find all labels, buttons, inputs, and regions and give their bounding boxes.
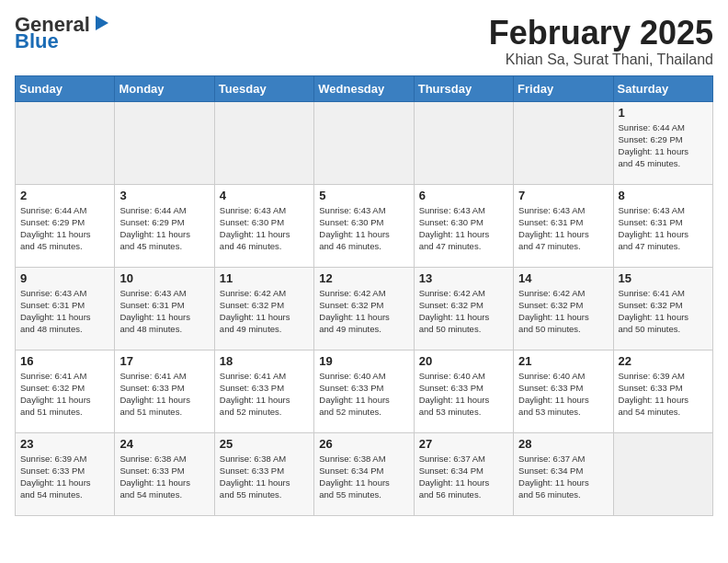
calendar-week-4: 23Sunrise: 6:39 AM Sunset: 6:33 PM Dayli… (16, 432, 713, 515)
day-number: 3 (119, 189, 209, 202)
day-info: Sunrise: 6:43 AM Sunset: 6:30 PM Dayligh… (419, 204, 508, 253)
calendar-cell: 27Sunrise: 6:37 AM Sunset: 6:34 PM Dayli… (414, 432, 513, 515)
day-number: 20 (419, 354, 508, 368)
calendar-cell: 20Sunrise: 6:40 AM Sunset: 6:33 PM Dayli… (414, 350, 513, 432)
calendar-cell: 17Sunrise: 6:41 AM Sunset: 6:33 PM Dayli… (115, 350, 214, 432)
day-number: 2 (20, 189, 109, 202)
logo-blue-text: Blue (15, 31, 59, 52)
day-number: 24 (119, 437, 209, 451)
day-number: 15 (619, 271, 708, 285)
day-number: 19 (319, 354, 408, 368)
calendar-cell: 4Sunrise: 6:43 AM Sunset: 6:30 PM Daylig… (214, 184, 313, 267)
day-number: 18 (220, 354, 309, 368)
calendar-cell: 7Sunrise: 6:43 AM Sunset: 6:31 PM Daylig… (514, 184, 613, 267)
day-info: Sunrise: 6:41 AM Sunset: 6:32 PM Dayligh… (20, 370, 109, 419)
day-number: 12 (319, 271, 408, 285)
day-info: Sunrise: 6:38 AM Sunset: 6:34 PM Dayligh… (319, 453, 408, 501)
day-info: Sunrise: 6:43 AM Sunset: 6:31 PM Dayligh… (619, 204, 708, 253)
calendar-cell: 9Sunrise: 6:43 AM Sunset: 6:31 PM Daylig… (16, 267, 115, 350)
day-number: 11 (220, 271, 309, 285)
day-info: Sunrise: 6:39 AM Sunset: 6:33 PM Dayligh… (619, 370, 708, 419)
calendar-week-0: 1Sunrise: 6:44 AM Sunset: 6:29 PM Daylig… (16, 101, 713, 184)
calendar-cell: 11Sunrise: 6:42 AM Sunset: 6:32 PM Dayli… (214, 267, 313, 350)
day-number: 23 (20, 437, 109, 451)
svg-marker-0 (96, 16, 108, 30)
calendar-cell (514, 101, 613, 184)
calendar-cell (613, 432, 712, 515)
calendar-week-2: 9Sunrise: 6:43 AM Sunset: 6:31 PM Daylig… (16, 267, 713, 350)
day-info: Sunrise: 6:40 AM Sunset: 6:33 PM Dayligh… (518, 370, 608, 419)
day-number: 26 (319, 437, 408, 451)
day-info: Sunrise: 6:42 AM Sunset: 6:32 PM Dayligh… (518, 287, 608, 336)
day-info: Sunrise: 6:43 AM Sunset: 6:30 PM Dayligh… (220, 204, 309, 253)
calendar-cell: 1Sunrise: 6:44 AM Sunset: 6:29 PM Daylig… (613, 101, 712, 184)
calendar-cell: 3Sunrise: 6:44 AM Sunset: 6:29 PM Daylig… (115, 184, 214, 267)
day-info: Sunrise: 6:43 AM Sunset: 6:31 PM Dayligh… (518, 204, 608, 253)
day-info: Sunrise: 6:41 AM Sunset: 6:33 PM Dayligh… (220, 370, 309, 419)
day-number: 10 (119, 271, 209, 285)
day-number: 27 (419, 437, 508, 451)
calendar-cell: 14Sunrise: 6:42 AM Sunset: 6:32 PM Dayli… (514, 267, 613, 350)
day-info: Sunrise: 6:40 AM Sunset: 6:33 PM Dayligh… (319, 370, 408, 419)
day-info: Sunrise: 6:40 AM Sunset: 6:33 PM Dayligh… (419, 370, 508, 419)
day-info: Sunrise: 6:41 AM Sunset: 6:32 PM Dayligh… (619, 287, 708, 336)
day-info: Sunrise: 6:37 AM Sunset: 6:34 PM Dayligh… (518, 453, 608, 501)
day-number: 22 (619, 354, 708, 368)
calendar-body: 1Sunrise: 6:44 AM Sunset: 6:29 PM Daylig… (16, 101, 713, 515)
day-info: Sunrise: 6:44 AM Sunset: 6:29 PM Dayligh… (20, 204, 109, 253)
day-info: Sunrise: 6:38 AM Sunset: 6:33 PM Dayligh… (220, 453, 309, 501)
day-number: 25 (220, 437, 309, 451)
calendar-table: SundayMondayTuesdayWednesdayThursdayFrid… (15, 75, 713, 516)
calendar-cell: 6Sunrise: 6:43 AM Sunset: 6:30 PM Daylig… (414, 184, 513, 267)
day-number: 13 (419, 271, 508, 285)
calendar-cell: 21Sunrise: 6:40 AM Sunset: 6:33 PM Dayli… (514, 350, 613, 432)
day-number: 6 (419, 189, 508, 202)
calendar-cell: 28Sunrise: 6:37 AM Sunset: 6:34 PM Dayli… (514, 432, 613, 515)
calendar-cell: 13Sunrise: 6:42 AM Sunset: 6:32 PM Dayli… (414, 267, 513, 350)
weekday-header-tuesday: Tuesday (214, 75, 313, 101)
calendar-week-1: 2Sunrise: 6:44 AM Sunset: 6:29 PM Daylig… (16, 184, 713, 267)
day-info: Sunrise: 6:43 AM Sunset: 6:31 PM Dayligh… (20, 287, 109, 336)
day-number: 1 (619, 106, 708, 120)
day-number: 8 (619, 189, 708, 202)
day-number: 16 (20, 354, 109, 368)
calendar-cell: 26Sunrise: 6:38 AM Sunset: 6:34 PM Dayli… (314, 432, 414, 515)
day-number: 4 (220, 189, 309, 202)
logo-icon (92, 14, 112, 34)
day-number: 21 (518, 354, 608, 368)
weekday-row: SundayMondayTuesdayWednesdayThursdayFrid… (16, 75, 713, 101)
calendar-cell: 8Sunrise: 6:43 AM Sunset: 6:31 PM Daylig… (613, 184, 712, 267)
day-info: Sunrise: 6:38 AM Sunset: 6:33 PM Dayligh… (119, 453, 209, 501)
day-number: 14 (518, 271, 608, 285)
day-number: 17 (119, 354, 209, 368)
title-block: February 2025 Khian Sa, Surat Thani, Tha… (489, 15, 713, 68)
day-number: 5 (319, 189, 408, 202)
calendar-cell: 18Sunrise: 6:41 AM Sunset: 6:33 PM Dayli… (214, 350, 313, 432)
weekday-header-thursday: Thursday (414, 75, 513, 101)
calendar-cell: 2Sunrise: 6:44 AM Sunset: 6:29 PM Daylig… (16, 184, 115, 267)
calendar-cell: 15Sunrise: 6:41 AM Sunset: 6:32 PM Dayli… (613, 267, 712, 350)
day-info: Sunrise: 6:44 AM Sunset: 6:29 PM Dayligh… (619, 121, 708, 170)
calendar-cell (115, 101, 214, 184)
calendar-cell: 24Sunrise: 6:38 AM Sunset: 6:33 PM Dayli… (115, 432, 214, 515)
location-title: Khian Sa, Surat Thani, Thailand (489, 52, 713, 68)
calendar-cell: 25Sunrise: 6:38 AM Sunset: 6:33 PM Dayli… (214, 432, 313, 515)
logo: General Blue (15, 15, 112, 52)
day-info: Sunrise: 6:42 AM Sunset: 6:32 PM Dayligh… (319, 287, 408, 336)
day-number: 7 (518, 189, 608, 202)
calendar-cell (414, 101, 513, 184)
calendar-cell (214, 101, 313, 184)
calendar-cell (16, 101, 115, 184)
calendar-cell: 10Sunrise: 6:43 AM Sunset: 6:31 PM Dayli… (115, 267, 214, 350)
weekday-header-monday: Monday (115, 75, 214, 101)
day-info: Sunrise: 6:42 AM Sunset: 6:32 PM Dayligh… (220, 287, 309, 336)
weekday-header-wednesday: Wednesday (314, 75, 414, 101)
day-info: Sunrise: 6:41 AM Sunset: 6:33 PM Dayligh… (119, 370, 209, 419)
weekday-header-saturday: Saturday (613, 75, 712, 101)
calendar-week-3: 16Sunrise: 6:41 AM Sunset: 6:32 PM Dayli… (16, 350, 713, 432)
calendar-header: SundayMondayTuesdayWednesdayThursdayFrid… (16, 75, 713, 101)
day-info: Sunrise: 6:42 AM Sunset: 6:32 PM Dayligh… (419, 287, 508, 336)
page-header: General Blue February 2025 Khian Sa, Sur… (15, 15, 713, 68)
calendar-cell: 16Sunrise: 6:41 AM Sunset: 6:32 PM Dayli… (16, 350, 115, 432)
calendar-cell (314, 101, 414, 184)
